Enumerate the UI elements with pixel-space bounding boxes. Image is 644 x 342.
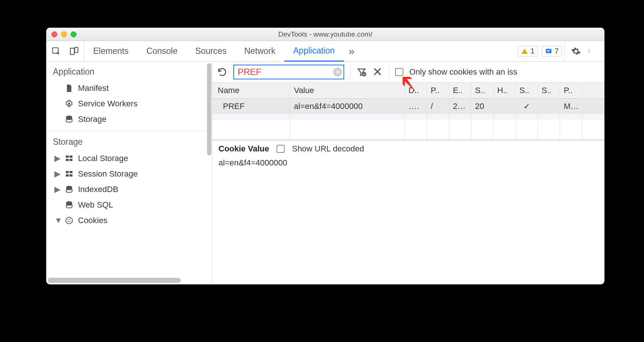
sidebar-item-label: IndexedDB <box>78 185 118 194</box>
toolbar-divider <box>389 65 389 79</box>
table-row[interactable]: PREF al=en&f4=4000000 …. / 2… 20 ✓ M… <box>213 99 604 114</box>
svg-point-8 <box>589 52 589 53</box>
svg-rect-3 <box>546 49 551 53</box>
cookie-value-text: al=en&f4=4000000 <box>218 156 599 168</box>
sidebar-item-local-storage[interactable]: ▶ Local Storage <box>46 151 212 166</box>
sidebar-item-session-storage[interactable]: ▶ Session Storage <box>46 166 212 182</box>
tab-sources[interactable]: Sources <box>186 41 235 61</box>
refresh-icon[interactable] <box>217 67 227 77</box>
cookie-icon <box>65 216 74 225</box>
cookies-table: Name Value D.. P.. E.. S.. H.. S.. S.. P… <box>213 83 604 140</box>
filter-input[interactable] <box>233 65 344 79</box>
tab-network[interactable]: Network <box>235 41 284 61</box>
sidebar-item-service-workers[interactable]: Service Workers <box>46 96 212 112</box>
sidebar-section-application: Application <box>46 62 212 81</box>
svg-point-24 <box>70 221 71 222</box>
clear-filter-icon[interactable]: ✕ <box>333 68 342 76</box>
svg-rect-16 <box>70 171 72 173</box>
show-url-decoded-checkbox[interactable] <box>277 145 285 153</box>
sidebar-item-label: Service Workers <box>78 99 138 109</box>
tab-console[interactable]: Console <box>138 41 186 61</box>
chevron-right-icon: ▶ <box>54 169 60 179</box>
cell-httponly <box>494 99 516 114</box>
window-close-button[interactable] <box>51 31 57 37</box>
sidebar-item-label: Web SQL <box>78 200 113 210</box>
cookie-detail: Cookie Value Show URL decoded al=en&f4=4… <box>213 140 604 175</box>
grid-icon <box>65 170 74 178</box>
sidebar-item-manifest[interactable]: Manifest <box>46 81 212 96</box>
settings-gear-icon[interactable] <box>571 47 581 56</box>
sidebar-scrollbar-horizontal[interactable] <box>48 278 211 283</box>
tab-elements[interactable]: Elements <box>84 41 138 61</box>
svg-rect-14 <box>70 159 72 161</box>
cell-domain: …. <box>405 99 427 114</box>
grid-icon <box>65 154 74 163</box>
col-value[interactable]: Value <box>290 83 405 98</box>
svg-rect-13 <box>66 159 69 161</box>
warnings-count: 1 <box>531 47 535 55</box>
col-size[interactable]: S.. <box>471 83 494 98</box>
cookie-value-title: Cookie Value <box>218 144 269 154</box>
cookies-panel: ✕ Only show cookies with an iss Na <box>213 62 604 284</box>
table-row[interactable] <box>213 114 604 120</box>
sidebar-item-cookies[interactable]: ▼ Cookies <box>46 213 212 228</box>
col-priority[interactable]: P.. <box>560 83 582 98</box>
col-httponly[interactable]: H.. <box>494 83 516 98</box>
sidebar-item-indexeddb[interactable]: ▶ IndexedDB <box>46 182 212 197</box>
cell-samesite <box>538 99 560 114</box>
svg-rect-18 <box>70 174 72 177</box>
sidebar-item-label: Local Storage <box>78 154 128 163</box>
sidebar-item-label: Manifest <box>78 83 109 93</box>
tab-application[interactable]: Application <box>284 41 344 62</box>
sidebar-scrollbar-vertical[interactable] <box>207 63 211 273</box>
col-samesite[interactable]: S.. <box>538 83 560 98</box>
inspect-element-icon[interactable] <box>51 47 61 56</box>
sidebar-item-storage[interactable]: Storage <box>46 112 212 127</box>
svg-rect-15 <box>66 171 69 173</box>
titlebar: DevTools - www.youtube.com/ <box>46 28 604 41</box>
window-title: DevTools - www.youtube.com/ <box>46 30 604 38</box>
warning-icon <box>521 48 528 55</box>
window-minimize-button[interactable] <box>61 31 67 37</box>
svg-rect-1 <box>70 48 74 54</box>
svg-rect-4 <box>547 50 550 51</box>
svg-rect-12 <box>70 155 72 158</box>
only-issues-checkbox[interactable] <box>395 68 403 76</box>
message-icon <box>545 48 552 55</box>
svg-point-6 <box>589 49 589 50</box>
device-toggle-icon[interactable] <box>69 47 79 56</box>
col-expires[interactable]: E.. <box>449 83 471 98</box>
sidebar-item-label: Cookies <box>78 216 107 225</box>
svg-point-25 <box>68 221 69 222</box>
cell-secure: ✓ <box>516 99 538 114</box>
col-secure[interactable]: S.. <box>516 83 538 98</box>
cell-name: PREF <box>213 99 290 114</box>
col-path[interactable]: P.. <box>427 83 449 98</box>
col-domain[interactable]: D.. <box>405 83 427 98</box>
toolbar-divider <box>350 65 350 79</box>
panel-tabs: Elements Console Sources Network Applica… <box>84 41 344 61</box>
chevron-right-icon: ▶ <box>54 154 60 163</box>
col-name[interactable]: Name <box>213 83 290 98</box>
kebab-menu-icon[interactable] <box>588 47 598 56</box>
svg-point-9 <box>68 103 70 105</box>
messages-badge[interactable]: 7 <box>542 46 562 57</box>
db-icon <box>65 185 74 194</box>
sidebar-item-label: Storage <box>78 114 106 124</box>
svg-rect-17 <box>66 174 69 177</box>
sidebar-section-storage: Storage <box>46 132 212 151</box>
tabs-overflow-button[interactable]: » <box>344 41 360 61</box>
svg-rect-11 <box>66 155 69 158</box>
filter-funnel-icon[interactable] <box>356 67 367 77</box>
cookies-toolbar: ✕ Only show cookies with an iss <box>213 62 604 83</box>
file-icon <box>65 84 74 93</box>
window-zoom-button[interactable] <box>71 31 77 37</box>
gear-icon <box>65 99 74 108</box>
devtools-tabbar: Elements Console Sources Network Applica… <box>46 41 604 62</box>
sidebar-item-web-sql[interactable]: Web SQL <box>46 197 212 213</box>
sidebar-item-label: Session Storage <box>78 169 138 179</box>
cell-path: / <box>427 99 449 114</box>
cell-priority: M… <box>560 99 582 114</box>
warnings-badge[interactable]: 1 <box>518 46 538 57</box>
clear-all-icon[interactable] <box>373 67 383 77</box>
